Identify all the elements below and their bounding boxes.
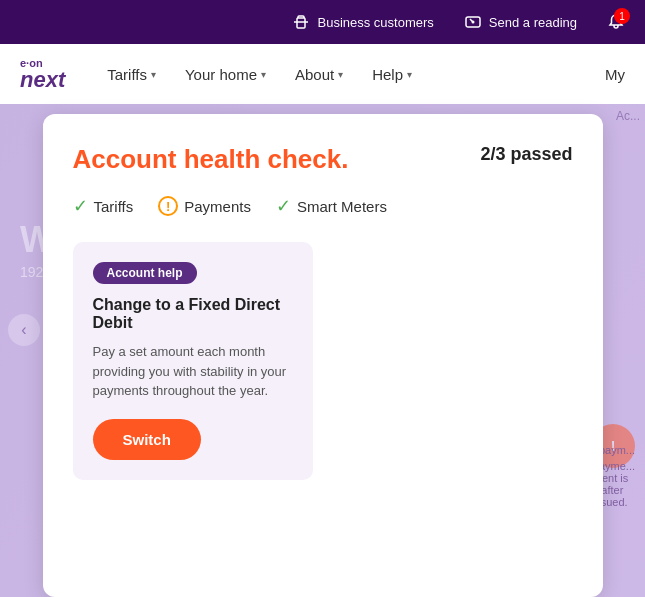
- chevron-down-icon: ▾: [338, 69, 343, 80]
- info-card: Account help Change to a Fixed Direct De…: [73, 242, 313, 480]
- card-heading: Change to a Fixed Direct Debit: [93, 296, 293, 332]
- logo[interactable]: e·on next: [20, 58, 65, 91]
- check-icon-tariffs: ✓: [73, 195, 88, 217]
- send-reading-link[interactable]: Send a reading: [464, 13, 577, 31]
- switch-button[interactable]: Switch: [93, 419, 201, 460]
- notification-wrapper: 1: [607, 13, 625, 31]
- notifications-link[interactable]: 1: [607, 13, 625, 31]
- top-bar: Business customers Send a reading 1: [0, 0, 645, 44]
- status-row: ✓ Tariffs ! Payments ✓ Smart Meters: [73, 195, 573, 217]
- business-customers-link[interactable]: Business customers: [292, 13, 433, 31]
- status-tariffs: ✓ Tariffs: [73, 195, 134, 217]
- chevron-down-icon: ▾: [407, 69, 412, 80]
- modal-score: 2/3 passed: [480, 144, 572, 165]
- nav-tariffs[interactable]: Tariffs ▾: [95, 58, 168, 91]
- svg-rect-0: [297, 18, 305, 28]
- status-smart-meters: ✓ Smart Meters: [276, 195, 387, 217]
- logo-next-text: next: [20, 69, 65, 91]
- card-description: Pay a set amount each month providing yo…: [93, 342, 293, 401]
- status-payments-label: Payments: [184, 198, 251, 215]
- nav-my-account[interactable]: My: [605, 66, 625, 83]
- nav-items: Tariffs ▾ Your home ▾ About ▾ Help ▾: [95, 58, 605, 91]
- meter-icon: [464, 13, 482, 31]
- chevron-down-icon: ▾: [261, 69, 266, 80]
- nav-your-home[interactable]: Your home ▾: [173, 58, 278, 91]
- nav-bar: e·on next Tariffs ▾ Your home ▾ About ▾ …: [0, 44, 645, 104]
- nav-help[interactable]: Help ▾: [360, 58, 424, 91]
- svg-point-3: [471, 21, 474, 24]
- status-smart-meters-label: Smart Meters: [297, 198, 387, 215]
- nav-about[interactable]: About ▾: [283, 58, 355, 91]
- modal-title: Account health check.: [73, 144, 349, 175]
- modal-header: Account health check. 2/3 passed: [73, 144, 573, 175]
- account-help-badge: Account help: [93, 262, 197, 284]
- warning-icon-payments: !: [158, 196, 178, 216]
- check-icon-smart-meters: ✓: [276, 195, 291, 217]
- briefcase-icon: [292, 13, 310, 31]
- notification-badge: 1: [614, 8, 630, 24]
- chevron-down-icon: ▾: [151, 69, 156, 80]
- modal-overlay: Account health check. 2/3 passed ✓ Tarif…: [0, 104, 645, 597]
- health-check-modal: Account health check. 2/3 passed ✓ Tarif…: [43, 114, 603, 597]
- status-tariffs-label: Tariffs: [94, 198, 134, 215]
- status-payments: ! Payments: [158, 196, 251, 216]
